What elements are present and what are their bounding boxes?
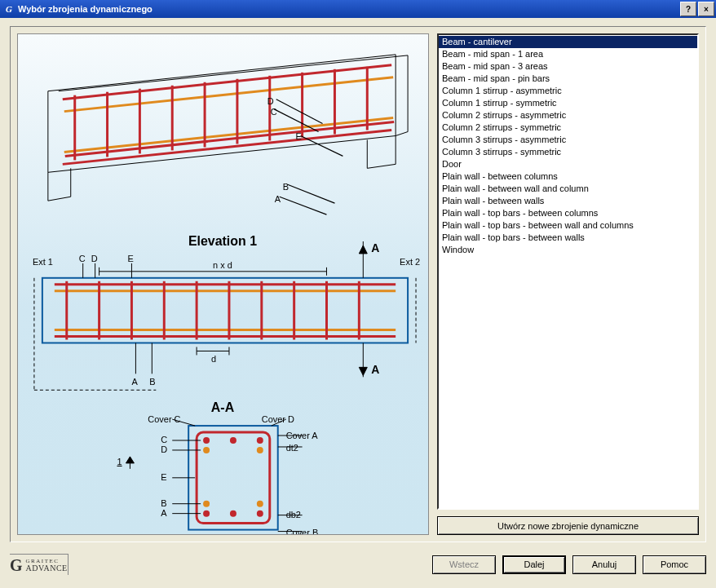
section-title: A-A bbox=[211, 400, 235, 414]
help-button[interactable]: Pomoc bbox=[643, 555, 706, 574]
elev-label-E: E bbox=[127, 254, 133, 263]
nxd-label: n x d bbox=[213, 260, 232, 270]
list-item[interactable]: Column 2 stirrups - asymmetric bbox=[439, 109, 697, 122]
svg-rect-40 bbox=[197, 432, 270, 524]
svg-point-50 bbox=[257, 501, 263, 507]
svg-point-46 bbox=[257, 511, 263, 517]
cancel-button[interactable]: Anuluj bbox=[572, 555, 636, 574]
svg-point-45 bbox=[230, 511, 236, 517]
svg-line-9 bbox=[280, 197, 327, 214]
dt2-label: dt2 bbox=[286, 443, 298, 453]
iso-label-D: D bbox=[267, 96, 274, 106]
db2-label: db2 bbox=[286, 510, 301, 519]
elevation-title: Elevation 1 bbox=[188, 234, 257, 248]
svg-line-2 bbox=[65, 122, 394, 157]
list-item[interactable]: Door bbox=[439, 158, 697, 170]
logo-product: ADVANCE bbox=[26, 564, 68, 573]
ext2-label: Ext 2 bbox=[400, 257, 420, 267]
elev-bottom-A: A bbox=[131, 377, 138, 387]
svg-line-7 bbox=[301, 136, 343, 157]
section-mark-A-top: A bbox=[371, 241, 379, 254]
list-item[interactable]: Plain wall - top bars - between wall and… bbox=[439, 219, 697, 232]
section-mark-A-bot: A bbox=[371, 363, 379, 376]
next-button[interactable]: Dalej bbox=[502, 555, 566, 574]
list-item[interactable]: Plain wall - top bars - between columns bbox=[439, 207, 697, 219]
reinforcement-type-list[interactable]: Beam - cantileverBeam - mid span - 1 are… bbox=[437, 33, 699, 510]
svg-marker-28 bbox=[359, 245, 367, 254]
list-item[interactable]: Column 3 stirrups - symmetric bbox=[439, 146, 697, 158]
iso-view: D C E B A bbox=[48, 55, 408, 214]
footer: G GRAITEC ADVANCE Wstecz Dalej Anuluj Po… bbox=[10, 550, 706, 578]
ext1-label: Ext 1 bbox=[33, 257, 53, 267]
svg-point-41 bbox=[203, 437, 210, 444]
list-item[interactable]: Column 2 stirrups - symmetric bbox=[439, 122, 697, 134]
coverC-label: Cover C bbox=[148, 414, 180, 424]
main-panel: D C E B A Elevation 1 Ext 1 Ext 2 C D E bbox=[10, 26, 706, 542]
iso-label-C: C bbox=[271, 107, 277, 117]
sec-A: A bbox=[161, 508, 167, 518]
elev-label-D: D bbox=[91, 254, 98, 263]
list-item[interactable]: Plain wall - between walls bbox=[439, 195, 697, 207]
sec-E: E bbox=[161, 472, 166, 482]
svg-point-44 bbox=[203, 511, 210, 517]
svg-point-43 bbox=[257, 437, 263, 444]
svg-point-42 bbox=[230, 437, 236, 444]
svg-marker-30 bbox=[359, 367, 367, 375]
list-item[interactable]: Column 1 stirrup - symmetric bbox=[439, 97, 697, 109]
iso-label-A: A bbox=[275, 194, 281, 204]
list-item[interactable]: Column 3 stirrups - asymmetric bbox=[439, 134, 697, 146]
list-item[interactable]: Plain wall - top bars - between walls bbox=[439, 232, 697, 244]
list-item[interactable]: Plain wall - between columns bbox=[439, 170, 697, 183]
graitec-advance-logo: G GRAITEC ADVANCE bbox=[10, 554, 69, 575]
create-new-dynamic-button[interactable]: Utwórz nowe zbrojenie dynamiczne bbox=[437, 516, 699, 535]
svg-marker-61 bbox=[126, 457, 134, 463]
help-title-button[interactable]: ? bbox=[680, 2, 696, 16]
list-item[interactable]: Column 1 stirrup - asymmetric bbox=[439, 85, 697, 97]
list-item[interactable]: Beam - mid span - 3 areas bbox=[439, 60, 697, 73]
sec-C: C bbox=[161, 435, 167, 444]
list-item[interactable]: Beam - mid span - 1 area bbox=[439, 48, 697, 60]
elev-bottom-B: B bbox=[149, 377, 155, 387]
iso-label-B: B bbox=[283, 182, 289, 192]
section-one: 1 bbox=[117, 457, 122, 466]
list-item[interactable]: Plain wall - between wall and column bbox=[439, 183, 697, 195]
svg-point-49 bbox=[203, 501, 210, 507]
title-bar: G Wybór zbrojenia dynamicznego ? × bbox=[0, 0, 716, 18]
svg-line-6 bbox=[276, 99, 323, 124]
sec-B: B bbox=[161, 498, 166, 508]
list-item[interactable]: Beam - cantilever bbox=[439, 36, 697, 48]
svg-point-47 bbox=[203, 447, 210, 453]
svg-line-8 bbox=[288, 184, 335, 203]
back-button[interactable]: Wstecz bbox=[432, 555, 496, 574]
sec-D: D bbox=[161, 444, 167, 454]
reinforcement-preview: D C E B A Elevation 1 Ext 1 Ext 2 C D E bbox=[17, 33, 429, 535]
logo-g-icon: G bbox=[10, 556, 23, 575]
svg-point-48 bbox=[257, 447, 263, 453]
elev-label-C: C bbox=[79, 254, 86, 263]
app-icon: G bbox=[3, 3, 15, 15]
list-item[interactable]: Window bbox=[439, 244, 697, 256]
iso-label-E: E bbox=[296, 131, 302, 141]
close-title-button[interactable]: × bbox=[698, 2, 714, 16]
list-item[interactable]: Beam - mid span - pin bars bbox=[439, 73, 697, 85]
window-title: Wybór zbrojenia dynamicznego bbox=[18, 4, 152, 14]
d-label: d bbox=[211, 354, 216, 364]
svg-rect-10 bbox=[42, 278, 408, 343]
